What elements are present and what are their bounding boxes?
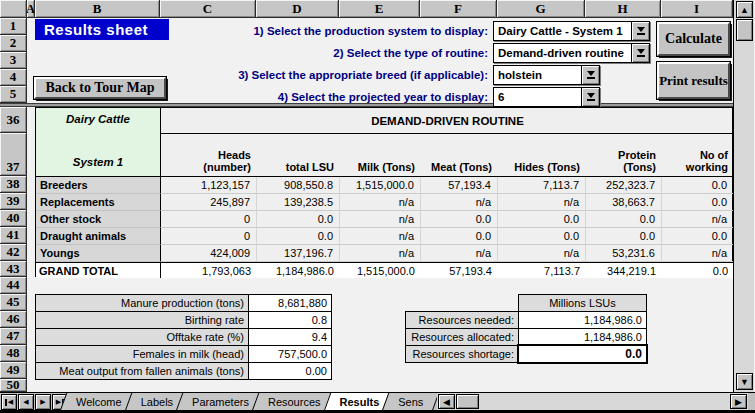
table-cell[interactable]: 137,196.7 — [257, 245, 340, 262]
table-cell[interactable]: 0.0 — [498, 228, 586, 245]
table-cell[interactable]: 1,515,000.0 — [340, 177, 421, 194]
table-cell[interactable]: 0.0 — [662, 177, 734, 194]
table-cell[interactable]: 0.0 — [586, 228, 662, 245]
back-to-tour-map-button[interactable]: Back to Tour Map — [34, 77, 166, 99]
selector-dropdown-3[interactable]: holstein — [493, 65, 600, 85]
summary-left-label[interactable]: Manure production (tons) — [35, 294, 249, 312]
grand-total-cell[interactable]: 0.0 — [662, 262, 734, 278]
table-cell[interactable]: 38,663.7 — [586, 194, 662, 211]
scroll-up-button[interactable]: ▲ — [736, 1, 753, 18]
row-header-41[interactable]: 41 — [0, 227, 27, 244]
table-cell[interactable]: 0.0 — [257, 211, 340, 228]
table-cell[interactable]: 7,113.7 — [498, 177, 586, 194]
row-header-40[interactable]: 40 — [0, 210, 27, 227]
table-cell[interactable]: n/a — [421, 194, 498, 211]
table-cell[interactable]: 53,231.6 — [586, 245, 662, 262]
selector-dropdown-2[interactable]: Demand-driven routine — [493, 43, 650, 63]
row-header-49[interactable]: 49 — [0, 362, 27, 379]
column-header-A[interactable]: A — [27, 0, 35, 18]
table-row-label[interactable]: Breeders — [36, 177, 161, 194]
grand-total-cell[interactable]: 1,793,063 — [161, 262, 257, 278]
table-cell[interactable]: 0.0 — [662, 228, 734, 245]
grand-total-cell[interactable]: 344,219.1 — [586, 262, 662, 278]
summary-left-label[interactable]: Females in milk (head) — [35, 345, 249, 363]
column-header-E[interactable]: E — [339, 0, 420, 18]
summary-left-label[interactable]: Offtake rate (%) — [35, 328, 249, 346]
table-cell[interactable]: n/a — [340, 228, 421, 245]
sheet-tab-welcome[interactable]: Welcome — [63, 393, 135, 411]
row-header-36[interactable]: 36 — [0, 107, 27, 133]
table-cell[interactable]: 0.0 — [421, 211, 498, 228]
row-header-5[interactable]: 5 — [0, 86, 27, 103]
row-header-47[interactable]: 47 — [0, 328, 27, 345]
table-cell[interactable]: n/a — [498, 245, 586, 262]
row-header-39[interactable]: 39 — [0, 193, 27, 210]
horizontal-scrollbar[interactable]: ◀ ▶ — [437, 392, 748, 410]
summary-right-label[interactable]: Resources shortage: — [405, 345, 519, 363]
grand-total-cell[interactable]: 1,184,986.0 — [257, 262, 340, 278]
dropdown-arrow-button[interactable] — [581, 66, 599, 84]
selector-dropdown-1[interactable]: Dairy Cattle - System 1 — [493, 21, 650, 41]
selected-cell-resources-shortage[interactable]: 0.0 — [517, 344, 648, 364]
table-row-label[interactable]: Youngs — [36, 245, 161, 262]
summary-left-label[interactable]: Birthing rate — [35, 311, 249, 329]
grand-total-cell[interactable]: 57,193.4 — [421, 262, 498, 278]
scroll-left-button[interactable]: ◀ — [438, 394, 455, 409]
select-all-corner[interactable] — [0, 0, 27, 18]
grand-total-label[interactable]: GRAND TOTAL — [36, 262, 161, 278]
next-sheet-button[interactable]: ▶ — [35, 394, 51, 410]
column-header-B[interactable]: B — [35, 0, 160, 18]
print-results-button[interactable]: Print results — [657, 62, 730, 99]
summary-left-label[interactable]: Meat output from fallen animals (tons) — [35, 362, 249, 380]
column-header-F[interactable]: F — [420, 0, 497, 18]
table-cell[interactable]: 0 — [161, 228, 257, 245]
table-cell[interactable]: n/a — [498, 194, 586, 211]
row-header-2[interactable]: 2 — [0, 35, 27, 52]
sheet-tab-resources[interactable]: Resources — [255, 393, 334, 411]
table-cell[interactable]: n/a — [421, 245, 498, 262]
table-cell[interactable]: n/a — [340, 211, 421, 228]
row-header-4[interactable]: 4 — [0, 69, 27, 86]
row-header-3[interactable]: 3 — [0, 52, 27, 69]
table-cell[interactable]: n/a — [340, 245, 421, 262]
table-cell[interactable]: 252,323.7 — [586, 177, 662, 194]
first-sheet-button[interactable]: ◀ — [1, 394, 17, 410]
scroll-down-button[interactable]: ▼ — [736, 373, 753, 390]
calculate-button[interactable]: Calculate — [657, 22, 730, 56]
table-cell[interactable]: n/a — [662, 211, 734, 228]
row-header-1[interactable]: 1 — [0, 18, 27, 35]
column-header-C[interactable]: C — [160, 0, 256, 18]
table-cell[interactable]: n/a — [662, 245, 734, 262]
row-header-42[interactable]: 42 — [0, 244, 27, 261]
table-cell[interactable]: 139,238.5 — [257, 194, 340, 211]
dropdown-arrow-button[interactable] — [631, 44, 649, 62]
row-header-50[interactable]: 50 — [0, 379, 27, 392]
summary-right-value[interactable]: 1,184,986.0 — [518, 311, 647, 329]
row-header-44[interactable]: 44 — [0, 277, 27, 294]
column-header-I[interactable]: I — [661, 0, 733, 18]
table-cell[interactable]: 1,123,157 — [161, 177, 257, 194]
table-cell[interactable]: 0 — [161, 211, 257, 228]
summary-left-value[interactable]: 8,681,880 — [248, 294, 332, 312]
table-row-label[interactable]: Other stock — [36, 211, 161, 228]
column-header-H[interactable]: H — [585, 0, 661, 18]
grand-total-cell[interactable]: 1,515,000.0 — [340, 262, 421, 278]
summary-left-value[interactable]: 0.00 — [248, 362, 332, 380]
summary-left-value[interactable]: 9.4 — [248, 328, 332, 346]
row-header-46[interactable]: 46 — [0, 311, 27, 328]
dropdown-arrow-button[interactable] — [631, 22, 649, 40]
row-header-45[interactable]: 45 — [0, 294, 27, 311]
table-cell[interactable]: n/a — [340, 194, 421, 211]
table-row-label[interactable]: Replacements — [36, 194, 161, 211]
prev-sheet-button[interactable]: ◀ — [18, 394, 34, 410]
dropdown-arrow-button[interactable] — [581, 88, 599, 106]
table-cell[interactable]: 0.0 — [498, 211, 586, 228]
table-cell[interactable]: 57,193.4 — [421, 177, 498, 194]
selector-dropdown-4[interactable]: 6 — [493, 87, 600, 107]
column-header-D[interactable]: D — [256, 0, 339, 18]
summary-right-label[interactable]: Resources needed: — [405, 311, 519, 329]
vertical-scrollbar[interactable]: ▲ ▼ — [733, 0, 754, 392]
table-cell[interactable]: 424,009 — [161, 245, 257, 262]
summary-left-value[interactable]: 0.8 — [248, 311, 332, 329]
summary-right-label[interactable]: Resources allocated: — [405, 328, 519, 346]
